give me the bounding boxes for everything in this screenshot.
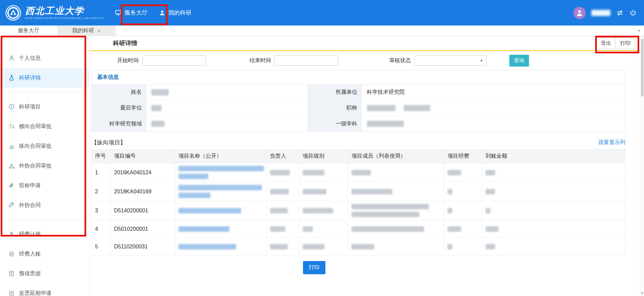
tab-service-hall[interactable]: 服务大厅 [0,25,58,36]
sidebar-item-borrow-receipt[interactable]: 预借票据 [0,264,89,283]
nav-label: 我的科研 [168,9,191,17]
top-navigation: 服务大厅 我的科研 [109,0,197,25]
sidebar-item-bid-application[interactable]: 投标申请 [0,176,89,195]
redacted-received [486,170,495,175]
job-title-value [362,100,625,116]
topbar: 西北工业大学 NORTHWESTERN POLYTECHNICAL UNIVER… [0,0,644,25]
redacted-project-name-link[interactable] [178,166,264,171]
nav-label: 服务大厅 [125,9,148,17]
receipt-icon [8,271,15,277]
redacted-level [303,189,326,194]
sidebar-item-label: 投标申请 [19,182,41,189]
caret-down-icon: ▼ [480,59,483,63]
yen-icon: ¥ [8,231,15,237]
sidebar-item-outsourcing-contract[interactable]: 外协合同 [0,195,89,215]
cell-leader [267,163,299,182]
redacted-job-title [404,105,430,111]
redacted-project-name-link[interactable] [178,226,229,232]
redacted-members [352,170,371,175]
redacted-budget [448,170,461,175]
basic-info-title: 基本信息 [92,70,625,85]
sidebar-item-research-projects[interactable]: 科研项目 [0,97,89,117]
power-icon[interactable] [629,9,637,16]
cell-received [482,163,625,182]
table-row: 2 2018KA040169 [92,182,625,201]
redacted-budget [448,244,452,249]
bar-chart-icon [8,143,15,149]
sort-list-icon [8,123,15,129]
sidebar-item-research-detail[interactable]: 科研详情 [0,68,89,88]
vertical-projects-table: 序号 项目编号 项目名称（公开） 负责人 项目级别 项目成员（列表使用） 项目经… [91,149,625,256]
avatar[interactable] [573,7,586,19]
query-button[interactable]: 查询 [509,55,529,67]
paperclip-icon [8,182,15,189]
cell-project-code: D5110200031 [111,238,175,256]
degree-value [147,100,308,116]
redacted-budget [448,189,452,194]
cell-budget [444,163,482,182]
bank-icon [8,251,15,257]
export-button[interactable]: 导出 [596,37,616,49]
cell-leader [267,182,299,201]
cell-project-name [175,220,267,238]
sidebar-item-funds-posting[interactable]: 经费入账 [0,244,89,264]
university-logo-icon [5,5,21,21]
sidebar-item-outsourcing-contract-approval[interactable]: 外协合同审批 [0,156,89,176]
job-title-label: 职称 [308,100,362,116]
sidebar-item-vertical-contract-approval[interactable]: 纵向合同审批 [0,136,89,156]
cell-budget [444,201,482,220]
redacted-budget [448,226,461,232]
redacted-project-name-link[interactable] [178,185,262,190]
close-icon[interactable]: × [97,28,100,34]
tab-bar: 服务大厅 我的科研 × ▾ [0,25,644,36]
redacted-project-name-link[interactable] [178,174,208,179]
scrollbar-thumb[interactable] [641,39,644,97]
cell-level [299,238,348,256]
redacted-project-name-link[interactable] [178,193,210,198]
brand-title: 西北工业大学 [25,6,105,16]
tab-label: 服务大厅 [18,27,40,34]
cell-leader [267,238,299,256]
sidebar-item-funds-claim[interactable]: ¥ 经费认领 [0,224,89,244]
scrollbar-down-arrow-icon[interactable]: ▼ [640,292,644,295]
print-button[interactable]: 打印 [303,261,325,274]
col-header-received: 到账金额 [482,150,625,163]
switch-icon[interactable] [616,9,624,17]
redacted-project-name-link[interactable] [178,244,236,249]
cell-project-name [175,201,267,220]
sidebar-item-horizontal-contract-approval[interactable]: 横向合同审批 [0,117,89,136]
end-date-input[interactable] [274,55,338,66]
redacted-project-name-link[interactable] [178,208,241,213]
cell-index: 4 [92,220,111,238]
redacted-leader [270,189,289,194]
cell-leader [267,201,299,220]
sidebar-item-label: 经费入账 [19,250,41,258]
cell-received [482,182,625,201]
brand-subtitle: NORTHWESTERN POLYTECHNICAL UNIVERSITY [25,17,105,20]
person-icon [159,10,165,16]
sidebar-item-label: 外协合同审批 [19,162,52,170]
redacted-received [486,226,498,232]
chevron-down-icon[interactable]: ▾ [638,25,644,36]
sidebar-item-label: 纵向合同审批 [19,143,52,150]
sidebar-item-invoice-extension[interactable]: 发票延期申请 [0,283,89,296]
cell-level [299,163,348,182]
review-status-select[interactable]: ▼ [414,55,486,66]
cell-budget [444,220,482,238]
tab-my-research[interactable]: 我的科研 × [58,25,115,36]
vertical-scrollbar[interactable]: ▼ [640,36,644,296]
nav-service-hall[interactable]: 服务大厅 [109,0,153,25]
cell-received [482,201,625,220]
set-columns-link[interactable]: 设置显示列 [598,139,625,146]
redacted-name [151,89,169,95]
table-row: 1 2016KA040124 [92,163,625,182]
sidebar: 个人信息 科研详情 科研项目 横向合同审批 纵 [0,36,89,296]
scissors-icon [8,163,15,169]
sidebar-item-personal-info[interactable]: 个人信息 [0,48,89,68]
person-icon [8,55,15,61]
redacted-leader [270,170,290,175]
start-date-input[interactable] [142,55,206,66]
print-button-top[interactable]: 打印 [615,37,635,49]
nav-my-research[interactable]: 我的科研 [153,0,197,25]
redacted-level [303,170,324,175]
